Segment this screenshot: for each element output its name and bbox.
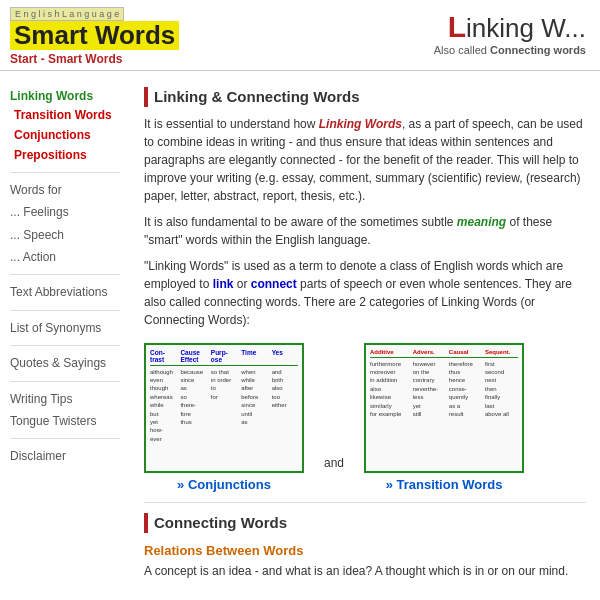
section2-bar — [144, 513, 148, 533]
sidebar-words-for-label: Words for — [10, 179, 120, 201]
sidebar-item-speech[interactable]: ... Speech — [10, 224, 120, 246]
content-para2: It is also fundamental to be aware of th… — [144, 213, 586, 249]
page-title-l: L — [448, 10, 466, 43]
sidebar-linking-words-title: Linking Words — [10, 89, 120, 103]
section1-title: Linking & Connecting Words — [154, 88, 360, 105]
sidebar-item-text-abbreviations[interactable]: Text Abbreviations — [10, 281, 120, 303]
section1-header: Linking & Connecting Words — [144, 87, 586, 107]
sidebar-item-conjunctions[interactable]: Conjunctions — [10, 125, 120, 145]
english-language-badge: E n g l i s h L a n g u a g e — [10, 6, 179, 21]
content-para1: It is essential to understand how Linkin… — [144, 115, 586, 205]
sidebar-item-feelings[interactable]: ... Feelings — [10, 201, 120, 223]
and-label: and — [324, 456, 344, 492]
page-title: Linking W... — [434, 10, 586, 44]
sidebar-item-disclaimer[interactable]: Disclaimer — [10, 445, 120, 467]
relations-title: Relations Between Words — [144, 543, 586, 558]
also-called: Also called Connecting words — [434, 44, 586, 56]
english-language-label: E n g l i s h L a n g u a g e — [10, 7, 124, 21]
sidebar-item-action[interactable]: ... Action — [10, 246, 120, 268]
conjunctions-image: Con-trast CauseEffect Purp-ose Time Yes … — [144, 343, 304, 473]
connecting-words-label: Connecting words — [490, 44, 586, 56]
section-bar — [144, 87, 148, 107]
site-title: Smart Words — [10, 21, 179, 50]
linking-words-link[interactable]: Linking Words — [319, 117, 402, 131]
link-link[interactable]: link — [213, 277, 234, 291]
transition-words-image-container: Additive Advers. Causal Sequent. further… — [364, 343, 524, 492]
content-para3: "Linking Words" is used as a term to den… — [144, 257, 586, 329]
conjunctions-image-container: Con-trast CauseEffect Purp-ose Time Yes … — [144, 343, 304, 492]
sidebar-item-quotes-sayings[interactable]: Quotes & Sayings — [10, 352, 120, 374]
page-title-rest: inking W... — [466, 13, 586, 43]
transition-words-caption[interactable]: » Transition Words — [386, 477, 503, 492]
conjunctions-caption[interactable]: » Conjunctions — [177, 477, 271, 492]
relations-text: A concept is an idea - and what is an id… — [144, 562, 586, 580]
transition-words-image: Additive Advers. Causal Sequent. further… — [364, 343, 524, 473]
sidebar-item-prepositions[interactable]: Prepositions — [10, 145, 120, 165]
meaning-link[interactable]: meaning — [457, 215, 506, 229]
section2-header: Connecting Words — [144, 513, 586, 533]
images-row: Con-trast CauseEffect Purp-ose Time Yes … — [144, 343, 586, 492]
sidebar-item-transition-words[interactable]: Transition Words — [10, 105, 120, 125]
sidebar-item-tongue-twisters[interactable]: Tongue Twisters — [10, 410, 120, 432]
start-link[interactable]: Start - Smart Words — [10, 52, 179, 66]
sidebar-item-list-of-synonyms[interactable]: List of Synonyms — [10, 317, 120, 339]
connect-link[interactable]: connect — [251, 277, 297, 291]
sidebar-item-writing-tips[interactable]: Writing Tips — [10, 388, 120, 410]
section2-title: Connecting Words — [154, 514, 287, 531]
